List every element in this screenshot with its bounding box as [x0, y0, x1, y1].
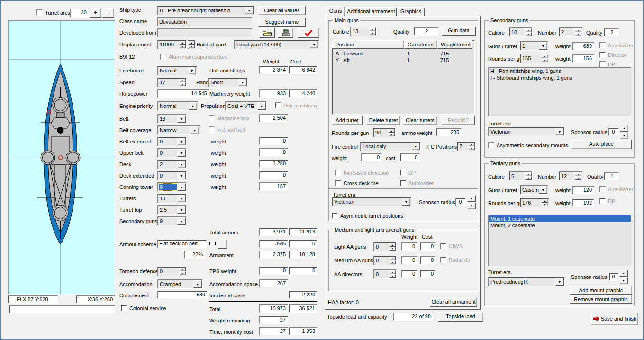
main-turret-era-select[interactable]: Victorian▼	[332, 197, 411, 206]
gun-data-button[interactable]: Gun data	[442, 26, 476, 36]
ship-top-view-canvas[interactable]	[8, 20, 115, 295]
down-arrow-icon[interactable]: ▼	[369, 31, 376, 35]
clear-all-armament-button[interactable]: Clear all armament	[430, 297, 477, 307]
chevron-down-icon[interactable]: ▼	[555, 278, 564, 286]
asymmetric-secondary-mounts-checkbox[interactable]	[488, 142, 494, 148]
list-item[interactable]: Mount, 2 casemate	[489, 222, 631, 229]
table-row-position[interactable]: A - Forward	[336, 51, 363, 57]
down-arrow-icon[interactable]: ▼	[389, 274, 396, 278]
tertiary-mounts-list[interactable]: Mount, 1 casemate Mount, 2 casemate	[488, 215, 631, 266]
turret-arc-value-field[interactable]: 30	[70, 9, 89, 18]
tab-additional-armament[interactable]: Additional armament	[345, 7, 397, 16]
tertiary-calibre-spinner[interactable]: 5 ▲▼	[509, 171, 533, 181]
tertiary-turret-era-select[interactable]: Predreadnought▼	[488, 277, 565, 286]
main-calibre-spinner[interactable]: 13 ▲▼	[350, 27, 377, 36]
tertiary-rounds-spinner[interactable]: 176 ▲▼	[520, 198, 549, 207]
secondary-rounds-spinner[interactable]: 155 ▲▼	[520, 54, 549, 63]
build-at-yard-select[interactable]: Local yard (14 000)▼	[234, 40, 319, 49]
up-arrow-icon[interactable]: ▲	[542, 199, 548, 203]
arc-plus-button[interactable]: +	[90, 8, 101, 18]
topside-load-button[interactable]: Topside load	[438, 312, 483, 322]
table-row-position[interactable]: Y - Aft	[336, 57, 350, 63]
asymmetric-turret-positions-checkbox[interactable]	[332, 213, 338, 219]
rounds-per-gun-spinner[interactable]: 90 ▲▼	[373, 128, 396, 137]
up-arrow-icon[interactable]: ▲	[389, 270, 396, 274]
secondary-guns-turret-select[interactable]: 1▼	[520, 41, 548, 51]
down-arrow-icon[interactable]: ▼	[525, 32, 532, 36]
open-file-button[interactable]	[259, 28, 275, 38]
secondary-sponson-spinner[interactable]: ▲ ▼	[620, 125, 628, 139]
list-item[interactable]: I - Starboard midships wing, 1 guns	[489, 74, 631, 81]
belt-select[interactable]: 13▼	[157, 114, 187, 124]
down-arrow-icon[interactable]: ▼	[389, 247, 396, 251]
down-arrow-icon[interactable]: ▼	[468, 146, 475, 150]
secondary-guns-armour-select[interactable]: 9▼	[157, 216, 187, 226]
secondary-calibre-spinner[interactable]: 10 ▲▼	[509, 27, 533, 37]
up-arrow-icon[interactable]: ▲	[369, 27, 376, 31]
conning-tower-select[interactable]: 9▼	[157, 182, 187, 192]
medium-aa-spinner[interactable]: 0 ▲▼	[373, 256, 397, 265]
down-arrow-icon[interactable]: ▼	[619, 277, 628, 284]
clear-turrets-button[interactable]: Clear turrets	[403, 116, 437, 125]
down-arrow-icon[interactable]: ▼	[467, 203, 476, 209]
chevron-down-icon[interactable]: ▼	[177, 161, 186, 168]
chevron-down-icon[interactable]: ▼	[177, 217, 186, 225]
down-arrow-icon[interactable]: ▼	[388, 133, 395, 136]
add-mount-graphic-button[interactable]: Add mount graphic	[570, 286, 632, 295]
secondary-turret-era-select[interactable]: Victorian▼	[488, 127, 565, 136]
chevron-down-icon[interactable]: ▼	[177, 149, 186, 157]
arc-minus-button[interactable]: -	[102, 8, 114, 18]
up-arrow-icon[interactable]: ▲	[389, 257, 396, 260]
remove-mount-graphic-button[interactable]: Remove mount graphic	[570, 295, 632, 304]
developed-from-input[interactable]	[157, 28, 252, 37]
column-header-weight-turret[interactable]: Weight/turret	[437, 40, 472, 49]
chevron-down-icon[interactable]: ▼	[177, 206, 186, 214]
suggest-name-button[interactable]: Suggest name	[258, 18, 306, 27]
fire-control-select[interactable]: Local only▼	[360, 142, 421, 151]
down-arrow-icon[interactable]: ▼	[179, 82, 186, 86]
armour-scheme-picker-button[interactable]	[218, 239, 227, 249]
save-and-finish-button[interactable]: Save and finish	[591, 313, 638, 325]
up-arrow-icon[interactable]: ▲	[468, 143, 475, 146]
chevron-down-icon[interactable]: ▼	[177, 115, 186, 123]
cross-deck-fire-checkbox[interactable]	[335, 180, 341, 186]
up-arrow-icon[interactable]: ▲	[542, 54, 548, 58]
up-arrow-icon[interactable]: ▲	[389, 243, 396, 247]
list-item-selected[interactable]: Mount, 1 casemate	[489, 215, 631, 222]
chevron-down-icon[interactable]: ▼	[177, 183, 186, 191]
down-arrow-icon[interactable]: ▼	[542, 58, 548, 62]
engine-priority-select[interactable]: Normal▼	[157, 101, 198, 111]
chevron-down-icon[interactable]: ▼	[257, 102, 266, 110]
accomodation-select[interactable]: Cramped▼	[157, 279, 203, 289]
ship-type-select[interactable]: B - Pre dreadnought battleship▼	[157, 6, 254, 15]
tab-graphics[interactable]: Graphics	[397, 7, 425, 16]
chevron-down-icon[interactable]: ▼	[238, 79, 247, 86]
down-arrow-icon[interactable]: ▼	[542, 203, 548, 206]
speed-spinner[interactable]: 17 ▲▼	[157, 78, 187, 87]
auto-place-button[interactable]: Auto place	[571, 140, 632, 149]
up-arrow-icon[interactable]: ▲	[525, 172, 532, 176]
down-arrow-icon[interactable]: ▼	[575, 32, 581, 36]
up-arrow-icon[interactable]: ▲	[575, 172, 581, 176]
chevron-down-icon[interactable]: ▼	[539, 42, 547, 50]
turret-top-select[interactable]: 2.5▼	[157, 205, 187, 215]
chevron-down-icon[interactable]: ▼	[190, 126, 199, 134]
chevron-down-icon[interactable]: ▼	[402, 198, 410, 206]
chevron-down-icon[interactable]: ▼	[188, 67, 196, 74]
up-arrow-icon[interactable]: ▲	[619, 270, 628, 277]
column-header-position[interactable]: Position	[332, 40, 404, 49]
chevron-down-icon[interactable]: ▼	[177, 172, 186, 179]
down-arrow-icon[interactable]: ▼	[188, 45, 195, 48]
chevron-down-icon[interactable]: ▼	[189, 102, 197, 110]
down-arrow-icon[interactable]: ▼	[179, 271, 186, 275]
up-arrow-icon[interactable]: ▲	[188, 41, 195, 45]
main-sponson-spinner[interactable]: ▲ ▼	[467, 195, 476, 209]
tertiary-guns-turret-select[interactable]: Casemat▼	[520, 185, 548, 195]
up-arrow-icon[interactable]: ▲	[388, 129, 395, 133]
secondary-number-spinner[interactable]: 2 ▲▼	[559, 27, 582, 37]
light-aa-spinner[interactable]: 0 ▲▼	[373, 242, 397, 251]
up-arrow-icon[interactable]: ▲	[179, 268, 186, 271]
colonial-service-checkbox[interactable]	[121, 305, 127, 311]
up-arrow-icon[interactable]: ▲	[620, 125, 628, 132]
up-arrow-icon[interactable]: ▲	[525, 28, 532, 32]
